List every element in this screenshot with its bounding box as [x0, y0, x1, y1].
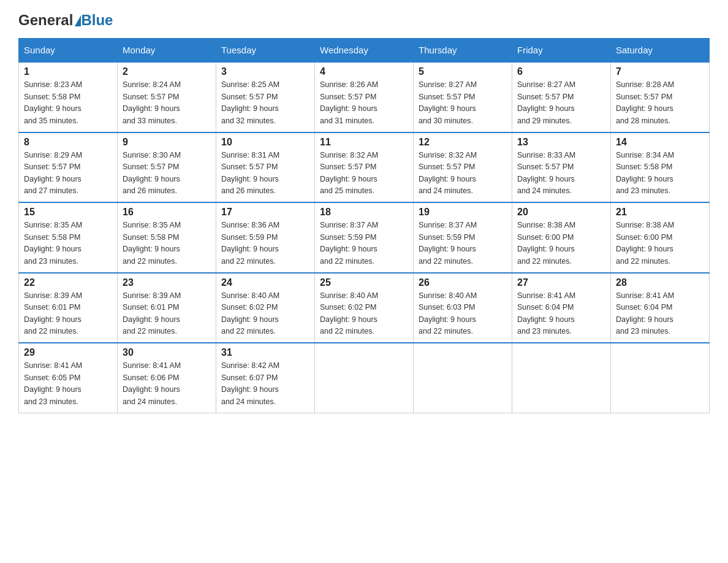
calendar-cell: 16Sunrise: 8:35 AMSunset: 5:58 PMDayligh… — [118, 202, 216, 273]
calendar-week-row-1: 1Sunrise: 8:23 AMSunset: 5:58 PMDaylight… — [19, 62, 710, 132]
day-info: Sunrise: 8:40 AMSunset: 6:02 PMDaylight:… — [221, 290, 309, 338]
calendar-cell: 19Sunrise: 8:37 AMSunset: 5:59 PMDayligh… — [414, 202, 512, 273]
calendar-cell: 30Sunrise: 8:41 AMSunset: 6:06 PMDayligh… — [118, 343, 216, 413]
calendar-cell: 10Sunrise: 8:31 AMSunset: 5:57 PMDayligh… — [216, 132, 315, 203]
day-number: 2 — [123, 66, 211, 77]
day-info: Sunrise: 8:35 AMSunset: 5:58 PMDaylight:… — [123, 220, 211, 267]
calendar-cell: 21Sunrise: 8:38 AMSunset: 6:00 PMDayligh… — [611, 202, 710, 273]
calendar-cell: 4Sunrise: 8:26 AMSunset: 5:57 PMDaylight… — [315, 62, 414, 132]
calendar-cell: 24Sunrise: 8:40 AMSunset: 6:02 PMDayligh… — [216, 273, 315, 343]
calendar-week-row-5: 29Sunrise: 8:41 AMSunset: 6:05 PMDayligh… — [19, 343, 710, 413]
calendar-cell: 28Sunrise: 8:41 AMSunset: 6:04 PMDayligh… — [611, 273, 710, 343]
day-number: 31 — [221, 347, 309, 358]
calendar-cell: 25Sunrise: 8:40 AMSunset: 6:02 PMDayligh… — [315, 273, 414, 343]
calendar-table: SundayMondayTuesdayWednesdayThursdayFrid… — [18, 38, 710, 413]
calendar-cell: 31Sunrise: 8:42 AMSunset: 6:07 PMDayligh… — [216, 343, 315, 413]
day-number: 6 — [517, 66, 605, 77]
calendar-cell: 8Sunrise: 8:29 AMSunset: 5:57 PMDaylight… — [19, 132, 118, 203]
calendar-cell: 23Sunrise: 8:39 AMSunset: 6:01 PMDayligh… — [118, 273, 216, 343]
day-info: Sunrise: 8:31 AMSunset: 5:57 PMDaylight:… — [221, 150, 309, 197]
day-info: Sunrise: 8:41 AMSunset: 6:04 PMDaylight:… — [517, 290, 605, 338]
calendar-cell: 1Sunrise: 8:23 AMSunset: 5:58 PMDaylight… — [19, 62, 118, 132]
day-info: Sunrise: 8:25 AMSunset: 5:57 PMDaylight:… — [221, 79, 309, 127]
calendar-cell: 29Sunrise: 8:41 AMSunset: 6:05 PMDayligh… — [19, 343, 118, 413]
weekday-header-monday: Monday — [118, 39, 216, 63]
day-info: Sunrise: 8:33 AMSunset: 5:57 PMDaylight:… — [517, 150, 605, 197]
calendar-week-row-4: 22Sunrise: 8:39 AMSunset: 6:01 PMDayligh… — [19, 273, 710, 343]
calendar-week-row-2: 8Sunrise: 8:29 AMSunset: 5:57 PMDaylight… — [19, 132, 710, 203]
day-info: Sunrise: 8:37 AMSunset: 5:59 PMDaylight:… — [320, 220, 408, 267]
calendar-cell: 26Sunrise: 8:40 AMSunset: 6:03 PMDayligh… — [414, 273, 512, 343]
calendar-cell — [414, 343, 512, 413]
day-number: 25 — [320, 277, 408, 288]
day-info: Sunrise: 8:28 AMSunset: 5:57 PMDaylight:… — [616, 79, 704, 127]
calendar-cell: 14Sunrise: 8:34 AMSunset: 5:58 PMDayligh… — [611, 132, 710, 203]
day-number: 12 — [419, 137, 507, 148]
weekday-header-tuesday: Tuesday — [216, 39, 315, 63]
calendar-cell: 2Sunrise: 8:24 AMSunset: 5:57 PMDaylight… — [118, 62, 216, 132]
calendar-cell: 11Sunrise: 8:32 AMSunset: 5:57 PMDayligh… — [315, 132, 414, 203]
weekday-header-thursday: Thursday — [414, 39, 512, 63]
day-number: 1 — [24, 66, 112, 77]
day-number: 14 — [616, 137, 704, 148]
calendar-cell: 9Sunrise: 8:30 AMSunset: 5:57 PMDaylight… — [118, 132, 216, 203]
logo-triangle-icon — [75, 15, 81, 26]
calendar-cell: 7Sunrise: 8:28 AMSunset: 5:57 PMDaylight… — [611, 62, 710, 132]
day-number: 28 — [616, 277, 704, 288]
calendar-cell — [512, 343, 611, 413]
weekday-header-wednesday: Wednesday — [315, 39, 414, 63]
day-number: 11 — [320, 137, 408, 148]
day-number: 13 — [517, 137, 605, 148]
day-info: Sunrise: 8:41 AMSunset: 6:05 PMDaylight:… — [24, 360, 112, 408]
day-number: 3 — [221, 66, 309, 77]
day-number: 9 — [123, 137, 211, 148]
calendar-cell: 5Sunrise: 8:27 AMSunset: 5:57 PMDaylight… — [414, 62, 512, 132]
day-number: 16 — [123, 207, 211, 218]
day-info: Sunrise: 8:35 AMSunset: 5:58 PMDaylight:… — [24, 220, 112, 267]
day-info: Sunrise: 8:37 AMSunset: 5:59 PMDaylight:… — [419, 220, 507, 267]
calendar-cell: 18Sunrise: 8:37 AMSunset: 5:59 PMDayligh… — [315, 202, 414, 273]
weekday-header-saturday: Saturday — [611, 39, 710, 63]
day-info: Sunrise: 8:41 AMSunset: 6:04 PMDaylight:… — [616, 290, 704, 338]
day-info: Sunrise: 8:42 AMSunset: 6:07 PMDaylight:… — [221, 360, 309, 408]
calendar-cell: 20Sunrise: 8:38 AMSunset: 6:00 PMDayligh… — [512, 202, 611, 273]
day-number: 22 — [24, 277, 112, 288]
calendar-week-row-3: 15Sunrise: 8:35 AMSunset: 5:58 PMDayligh… — [19, 202, 710, 273]
day-info: Sunrise: 8:39 AMSunset: 6:01 PMDaylight:… — [24, 290, 112, 338]
day-info: Sunrise: 8:23 AMSunset: 5:58 PMDaylight:… — [24, 79, 112, 127]
day-info: Sunrise: 8:24 AMSunset: 5:57 PMDaylight:… — [123, 79, 211, 127]
page-header: GeneralBlue — [18, 12, 710, 28]
day-number: 17 — [221, 207, 309, 218]
day-info: Sunrise: 8:26 AMSunset: 5:57 PMDaylight:… — [320, 79, 408, 127]
day-number: 27 — [517, 277, 605, 288]
day-number: 23 — [123, 277, 211, 288]
calendar-cell: 13Sunrise: 8:33 AMSunset: 5:57 PMDayligh… — [512, 132, 611, 203]
day-info: Sunrise: 8:40 AMSunset: 6:02 PMDaylight:… — [320, 290, 408, 338]
day-number: 5 — [419, 66, 507, 77]
calendar-cell: 15Sunrise: 8:35 AMSunset: 5:58 PMDayligh… — [19, 202, 118, 273]
day-number: 20 — [517, 207, 605, 218]
day-number: 8 — [24, 137, 112, 148]
day-info: Sunrise: 8:27 AMSunset: 5:57 PMDaylight:… — [419, 79, 507, 127]
day-number: 10 — [221, 137, 309, 148]
day-number: 30 — [123, 347, 211, 358]
day-number: 18 — [320, 207, 408, 218]
day-info: Sunrise: 8:41 AMSunset: 6:06 PMDaylight:… — [123, 360, 211, 408]
day-info: Sunrise: 8:38 AMSunset: 6:00 PMDaylight:… — [517, 220, 605, 267]
day-info: Sunrise: 8:29 AMSunset: 5:57 PMDaylight:… — [24, 150, 112, 197]
day-number: 21 — [616, 207, 704, 218]
day-number: 29 — [24, 347, 112, 358]
day-number: 7 — [616, 66, 704, 77]
weekday-header-friday: Friday — [512, 39, 611, 63]
day-info: Sunrise: 8:39 AMSunset: 6:01 PMDaylight:… — [123, 290, 211, 338]
day-number: 15 — [24, 207, 112, 218]
logo-text-general: General — [18, 12, 73, 28]
day-info: Sunrise: 8:32 AMSunset: 5:57 PMDaylight:… — [419, 150, 507, 197]
day-info: Sunrise: 8:38 AMSunset: 6:00 PMDaylight:… — [616, 220, 704, 267]
day-number: 26 — [419, 277, 507, 288]
logo: GeneralBlue — [18, 12, 113, 28]
weekday-header-row: SundayMondayTuesdayWednesdayThursdayFrid… — [19, 39, 710, 63]
day-info: Sunrise: 8:36 AMSunset: 5:59 PMDaylight:… — [221, 220, 309, 267]
calendar-cell: 3Sunrise: 8:25 AMSunset: 5:57 PMDaylight… — [216, 62, 315, 132]
day-info: Sunrise: 8:30 AMSunset: 5:57 PMDaylight:… — [123, 150, 211, 197]
